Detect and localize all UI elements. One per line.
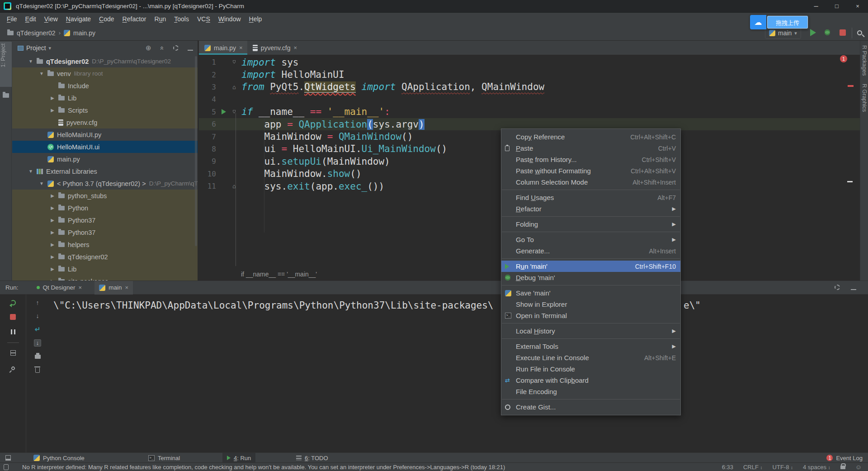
context-menu-item-paste-without-formatting[interactable]: Paste without FormattingCtrl+Alt+Shift+V <box>501 165 680 176</box>
caret-position-widget[interactable]: 6:33 <box>722 464 733 471</box>
minimize-button[interactable]: ─ <box>806 0 826 13</box>
tree-item-python-3-7-qtdesigner02[interactable]: ▼< Python 3.7 (qTdesigner02) > D:\P_pyCh… <box>12 177 198 190</box>
tree-collapsed-arrow-icon[interactable]: ▶ <box>49 254 56 259</box>
encoding-widget[interactable]: UTF-8 ↕ <box>773 464 793 471</box>
tree-item-venv[interactable]: ▼venv library root <box>12 67 198 80</box>
locate-file-button[interactable]: ⊕ <box>146 44 151 52</box>
fold-marker-icon[interactable]: ⌂ <box>230 84 239 90</box>
menubar-item-edit[interactable]: Edit <box>21 14 40 24</box>
tree-item-main-py[interactable]: main.py <box>12 153 198 165</box>
tree-item-python[interactable]: ▶Python <box>12 202 198 214</box>
tool-button-python-console[interactable]: Python Console <box>29 453 89 463</box>
context-menu-item-external-tools[interactable]: External Tools▶ <box>501 341 680 352</box>
close-icon[interactable]: × <box>79 284 82 291</box>
tree-item-scripts[interactable]: ▶Scripts <box>12 104 198 116</box>
event-log-button[interactable]: 1 Event Log <box>826 453 863 463</box>
close-icon[interactable]: × <box>125 284 128 291</box>
menubar-item-view[interactable]: View <box>40 14 62 24</box>
tree-item-qtdesigner02[interactable]: ▶qTdesigner02 <box>12 251 198 263</box>
tree-item-external-libraries[interactable]: ▼External Libraries <box>12 165 198 177</box>
tree-collapsed-arrow-icon[interactable]: ▶ <box>49 218 56 223</box>
close-icon[interactable]: × <box>239 44 243 51</box>
editor-breadcrumb[interactable]: if __name__ == '__main__' <box>241 271 317 278</box>
status-message[interactable]: No R interpreter defined: Many R related… <box>22 464 505 471</box>
fold-marker-icon[interactable]: ⌂ <box>230 59 239 66</box>
rerun-button[interactable] <box>10 299 16 307</box>
run-tab-qt-designer[interactable]: Qt Designer × <box>32 281 87 295</box>
tree-item-python-stubs[interactable]: ▶python_stubs <box>12 190 198 202</box>
context-menu-item-folding[interactable]: Folding▶ <box>501 219 680 230</box>
context-menu-item-paste-from-history[interactable]: Paste from History...Ctrl+Shift+V <box>501 154 680 165</box>
tool-button-todo[interactable]: 6: TODO <box>292 453 333 463</box>
code-text[interactable]: import sys <box>239 57 298 68</box>
tree-item-include[interactable]: Include <box>12 80 198 92</box>
context-menu-item-go-to[interactable]: Go To▶ <box>501 234 680 245</box>
tree-item-lib[interactable]: ▶Lib <box>12 92 198 104</box>
context-menu-item-run-main[interactable]: Run 'main'Ctrl+Shift+F10 <box>501 261 680 272</box>
code-text[interactable]: from PyQt5.QtWidgets import QApplication… <box>239 81 544 92</box>
tree-item-helpers[interactable]: ▶helpers <box>12 238 198 251</box>
context-menu-item-column-selection-mode[interactable]: Column Selection ModeAlt+Shift+Insert <box>501 176 680 188</box>
tree-item-lib[interactable]: ▶Lib <box>12 263 198 275</box>
tool-window-quick-access-button[interactable] <box>1 453 15 463</box>
context-menu-item-run-file-in-console[interactable]: Run File in Console <box>501 363 680 375</box>
tree-collapsed-arrow-icon[interactable]: ▶ <box>49 230 56 235</box>
error-count-badge[interactable]: 1 <box>840 55 847 62</box>
run-line-icon[interactable] <box>218 109 230 114</box>
close-icon[interactable]: × <box>294 44 297 51</box>
maximize-button[interactable]: □ <box>826 0 847 13</box>
menubar-item-navigate[interactable]: Navigate <box>62 14 95 24</box>
code-text[interactable]: ui.setupUi(MainWindow) <box>239 156 390 167</box>
menubar-item-run[interactable]: Run <box>151 14 170 24</box>
close-button[interactable]: × <box>847 0 868 13</box>
code-text[interactable]: MainWindow = QMainWindow() <box>239 131 413 142</box>
code-text[interactable]: import HelloMainUI <box>239 69 344 80</box>
menubar-item-file[interactable]: File <box>3 14 21 24</box>
fold-marker-icon[interactable]: ⌂ <box>230 183 239 190</box>
console-output-text[interactable]: \"C:\Users\THINKPAD\AppData\Local\Progra… <box>53 300 494 311</box>
menubar-item-refactor[interactable]: Refactor <box>118 14 151 24</box>
context-menu-item-open-in-terminal[interactable]: >_Open in Terminal <box>501 310 680 321</box>
tree-collapsed-arrow-icon[interactable]: ▶ <box>49 193 56 198</box>
debug-button[interactable] <box>825 29 830 37</box>
editor-tab-pyvenv-cfg[interactable]: pyvenv.cfg × <box>247 41 302 55</box>
context-menu-item-execute-line-in-console[interactable]: Execute Line in ConsoleAlt+Shift+E <box>501 352 680 363</box>
settings-gear-button[interactable] <box>173 44 179 52</box>
tree-item-python37[interactable]: ▶Python37 <box>12 214 198 226</box>
context-menu-item-copy-reference[interactable]: Copy ReferenceCtrl+Alt+Shift+C <box>501 131 680 143</box>
search-everywhere-button[interactable] <box>857 29 862 37</box>
collapse-all-button[interactable]: « <box>158 46 166 50</box>
run-tab-main[interactable]: main × <box>94 281 133 295</box>
indent-widget[interactable]: 4 spaces ↕ <box>803 464 830 471</box>
tree-expanded-arrow-icon[interactable]: ▼ <box>28 169 34 174</box>
project-panel-title[interactable]: Project <box>26 44 46 52</box>
tool-button-r-graphics[interactable]: R Graphics <box>861 84 868 112</box>
clear-all-button[interactable] <box>35 366 40 375</box>
stop-button[interactable] <box>10 314 16 322</box>
up-stack-trace-button[interactable]: ↑ <box>36 299 39 306</box>
editor-tab-main-py[interactable]: main.py × <box>199 41 247 55</box>
notification-icon[interactable] <box>4 464 9 470</box>
tree-expanded-arrow-icon[interactable]: ▼ <box>38 181 45 186</box>
upload-overlay-button[interactable]: ☁ 拖拽上传 <box>750 15 809 29</box>
context-menu-item-paste[interactable]: PasteCtrl+V <box>501 143 680 154</box>
context-menu-item-find-usages[interactable]: Find UsagesAlt+F7 <box>501 192 680 203</box>
run-panel-settings-button[interactable] <box>835 284 840 292</box>
print-button[interactable] <box>35 352 41 361</box>
tree-collapsed-arrow-icon[interactable]: ▶ <box>49 242 56 247</box>
tool-button-project-label[interactable]: 1: Project <box>0 43 12 67</box>
fold-marker-icon[interactable]: ⌂ <box>230 109 239 115</box>
menubar-item-tools[interactable]: Tools <box>170 14 193 24</box>
context-menu-item-file-encoding[interactable]: File Encoding <box>501 386 680 397</box>
breadcrumb-file[interactable]: main.py <box>73 29 95 37</box>
menubar-item-window[interactable]: Window <box>214 14 245 24</box>
scroll-to-end-button[interactable]: ↓ <box>34 339 42 347</box>
pin-tab-button[interactable] <box>11 364 15 372</box>
tree-item-site-packages[interactable]: ▶site-packages <box>12 275 198 281</box>
code-text[interactable]: MainWindow.show() <box>239 168 362 179</box>
context-menu-item-local-history[interactable]: Local History▶ <box>501 325 680 337</box>
tree-collapsed-arrow-icon[interactable]: ▶ <box>49 266 56 271</box>
console-output-text-tail[interactable]: e\" <box>684 300 701 311</box>
code-text[interactable]: ui = HelloMainUI.Ui_MainWindow() <box>239 143 447 154</box>
tree-collapsed-arrow-icon[interactable]: ▶ <box>49 205 56 210</box>
